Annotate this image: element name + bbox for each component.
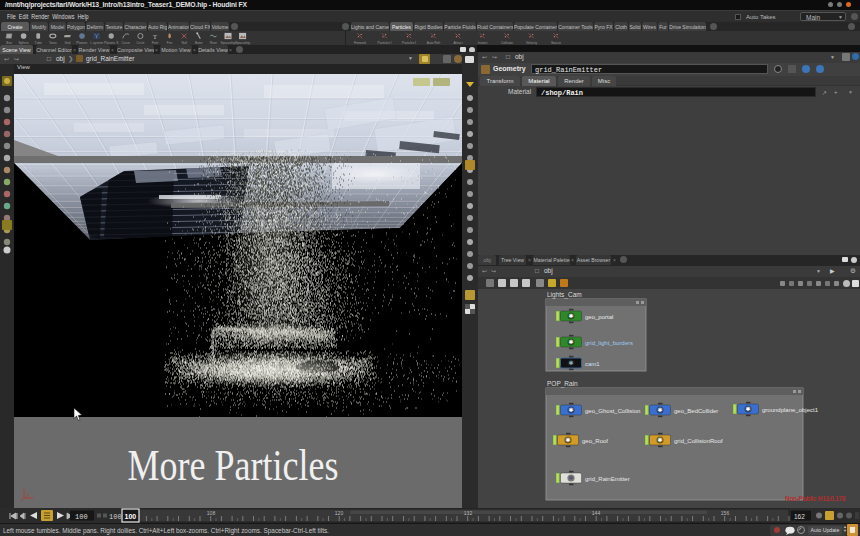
svg-text:More Particles: More Particles	[128, 440, 339, 490]
svg-text:120: 120	[335, 510, 344, 516]
svg-text:108: 108	[207, 510, 216, 516]
svg-text:✱: ✱	[657, 407, 662, 413]
svg-text:Platonic: Platonic	[76, 41, 88, 45]
svg-text:Box: Box	[6, 41, 12, 45]
svg-text:Grid: Grid	[64, 41, 70, 45]
svg-text:✱: ✱	[657, 437, 662, 443]
svg-text:grid_RainEmitter: grid_RainEmitter	[585, 476, 630, 482]
svg-text:Particles f: Particles f	[378, 41, 392, 45]
svg-text:Spaceship: Spaceship	[235, 41, 250, 45]
svg-text:cam1: cam1	[585, 361, 600, 367]
svg-text:Collision: Collision	[501, 41, 513, 45]
svg-text:groundplane_object1: groundplane_object1	[762, 407, 819, 413]
svg-text:Spaceship: Spaceship	[221, 41, 236, 45]
svg-text:100: 100	[125, 513, 137, 520]
svg-text:✱: ✱	[568, 360, 573, 366]
svg-text:Attract: Attract	[453, 41, 462, 45]
svg-text:Lights_Cam: Lights_Cam	[547, 291, 582, 299]
svg-text:100: 100	[75, 513, 88, 521]
svg-text:grid_light_borders: grid_light_borders	[585, 340, 633, 346]
svg-text:Velocity: Velocity	[526, 41, 537, 45]
svg-text:geo_portal: geo_portal	[585, 314, 613, 320]
svg-text:POP_Rain: POP_Rain	[547, 380, 578, 388]
svg-text:Instant: Instant	[478, 41, 488, 45]
svg-text:✱: ✱	[568, 475, 573, 481]
svg-text:Auto Refr: Auto Refr	[427, 41, 441, 45]
svg-text:✱: ✱	[568, 407, 573, 413]
svg-text:✱: ✱	[745, 406, 750, 412]
svg-text:Null: Null	[181, 41, 187, 45]
svg-text:156: 156	[721, 510, 730, 516]
svg-text:✱: ✱	[568, 339, 573, 345]
svg-text:✱: ✱	[568, 313, 573, 319]
svg-text:100: 100	[109, 513, 122, 521]
svg-text:Particles f: Particles f	[402, 41, 416, 45]
svg-text:Firework: Firework	[354, 41, 367, 45]
svg-text:Source: Source	[551, 41, 561, 45]
svg-text:162: 162	[794, 513, 805, 520]
svg-text:Fire: Fire	[167, 41, 173, 45]
svg-text:geo_Ghost_Collision: geo_Ghost_Collision	[585, 408, 640, 414]
svg-text:geo_BedCollider: geo_BedCollider	[674, 408, 718, 414]
svg-text:Curve: Curve	[122, 41, 131, 45]
svg-text:Font: Font	[152, 41, 158, 45]
svg-text:Tube: Tube	[35, 41, 42, 45]
svg-text:Bone: Bone	[195, 41, 203, 45]
svg-text:Torus: Torus	[49, 41, 57, 45]
svg-text:144: 144	[592, 510, 601, 516]
svg-text:grid_CollisionRoof: grid_CollisionRoof	[674, 438, 723, 444]
svg-text:✱: ✱	[565, 437, 570, 443]
svg-text:geo_Roof: geo_Roof	[582, 438, 608, 444]
svg-text:River: River	[210, 41, 218, 45]
svg-text:132: 132	[464, 510, 473, 516]
svg-text:Circle: Circle	[136, 41, 144, 45]
svg-text:Sphere: Sphere	[18, 41, 29, 45]
svg-text:Platonic S: Platonic S	[104, 41, 118, 45]
svg-text:L-system: L-system	[90, 41, 103, 45]
